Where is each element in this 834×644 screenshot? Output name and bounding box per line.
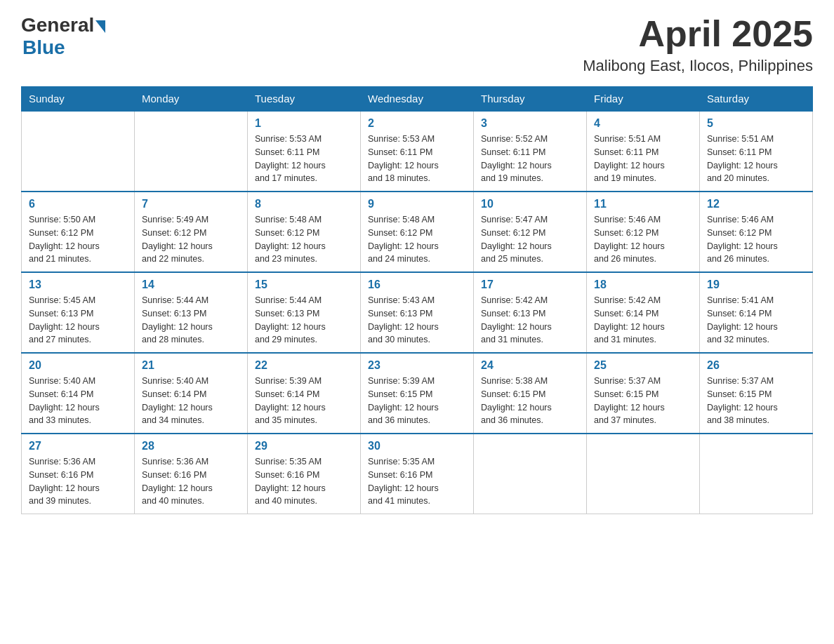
day-number: 22 <box>255 359 353 372</box>
day-number: 29 <box>255 440 353 452</box>
calendar-cell: 17Sunrise: 5:42 AMSunset: 6:13 PMDayligh… <box>474 272 587 353</box>
calendar-cell: 28Sunrise: 5:36 AMSunset: 6:16 PMDayligh… <box>135 434 248 514</box>
calendar-cell: 26Sunrise: 5:37 AMSunset: 6:15 PMDayligh… <box>700 353 813 434</box>
day-number: 10 <box>481 198 579 210</box>
calendar-cell: 3Sunrise: 5:52 AMSunset: 6:11 PMDaylight… <box>474 111 587 192</box>
calendar-header-monday: Monday <box>135 87 248 112</box>
day-info: Sunrise: 5:40 AMSunset: 6:14 PMDaylight:… <box>142 375 240 427</box>
day-info: Sunrise: 5:50 AMSunset: 6:12 PMDaylight:… <box>29 213 127 266</box>
week-row-1: 1Sunrise: 5:53 AMSunset: 6:11 PMDaylight… <box>22 111 813 192</box>
day-info: Sunrise: 5:35 AMSunset: 6:16 PMDaylight:… <box>368 455 466 508</box>
calendar-cell: 10Sunrise: 5:47 AMSunset: 6:12 PMDayligh… <box>474 192 587 272</box>
day-number: 1 <box>255 117 353 130</box>
day-info: Sunrise: 5:37 AMSunset: 6:15 PMDaylight:… <box>594 375 692 427</box>
day-info: Sunrise: 5:40 AMSunset: 6:14 PMDaylight:… <box>29 375 127 427</box>
calendar-header-row: SundayMondayTuesdayWednesdayThursdayFrid… <box>22 87 813 112</box>
day-info: Sunrise: 5:38 AMSunset: 6:15 PMDaylight:… <box>481 375 579 427</box>
calendar-cell: 5Sunrise: 5:51 AMSunset: 6:11 PMDaylight… <box>700 111 813 192</box>
day-number: 9 <box>368 198 466 210</box>
day-number: 23 <box>368 359 466 372</box>
calendar-cell: 12Sunrise: 5:46 AMSunset: 6:12 PMDayligh… <box>700 192 813 272</box>
calendar-cell: 4Sunrise: 5:51 AMSunset: 6:11 PMDaylight… <box>587 111 700 192</box>
day-info: Sunrise: 5:46 AMSunset: 6:12 PMDaylight:… <box>707 213 805 266</box>
day-number: 20 <box>29 359 127 372</box>
page-header: General Blue April 2025 Malibong East, I… <box>21 14 813 75</box>
calendar-header-wednesday: Wednesday <box>361 87 474 112</box>
calendar-cell <box>22 111 135 192</box>
logo-general-text: General <box>21 14 94 36</box>
logo-blue-text: Blue <box>22 36 65 59</box>
calendar-cell: 23Sunrise: 5:39 AMSunset: 6:15 PMDayligh… <box>361 353 474 434</box>
calendar-cell: 9Sunrise: 5:48 AMSunset: 6:12 PMDaylight… <box>361 192 474 272</box>
calendar-cell: 16Sunrise: 5:43 AMSunset: 6:13 PMDayligh… <box>361 272 474 353</box>
day-number: 5 <box>707 117 805 130</box>
day-info: Sunrise: 5:53 AMSunset: 6:11 PMDaylight:… <box>255 133 353 185</box>
day-info: Sunrise: 5:36 AMSunset: 6:16 PMDaylight:… <box>142 455 240 508</box>
day-info: Sunrise: 5:44 AMSunset: 6:13 PMDaylight:… <box>142 294 240 347</box>
day-info: Sunrise: 5:36 AMSunset: 6:16 PMDaylight:… <box>29 455 127 508</box>
day-number: 13 <box>29 279 127 291</box>
day-number: 26 <box>707 359 805 372</box>
calendar-header-sunday: Sunday <box>22 87 135 112</box>
day-info: Sunrise: 5:35 AMSunset: 6:16 PMDaylight:… <box>255 455 353 508</box>
calendar-header-friday: Friday <box>587 87 700 112</box>
day-number: 3 <box>481 117 579 130</box>
day-info: Sunrise: 5:48 AMSunset: 6:12 PMDaylight:… <box>255 213 353 266</box>
calendar-cell: 21Sunrise: 5:40 AMSunset: 6:14 PMDayligh… <box>135 353 248 434</box>
day-info: Sunrise: 5:41 AMSunset: 6:14 PMDaylight:… <box>707 294 805 347</box>
calendar-header-thursday: Thursday <box>474 87 587 112</box>
day-info: Sunrise: 5:49 AMSunset: 6:12 PMDaylight:… <box>142 213 240 266</box>
day-number: 15 <box>255 279 353 291</box>
calendar-cell <box>474 434 587 514</box>
calendar-header-saturday: Saturday <box>700 87 813 112</box>
calendar-cell: 8Sunrise: 5:48 AMSunset: 6:12 PMDaylight… <box>248 192 361 272</box>
day-number: 21 <box>142 359 240 372</box>
day-number: 17 <box>481 279 579 291</box>
calendar-cell: 2Sunrise: 5:53 AMSunset: 6:11 PMDaylight… <box>361 111 474 192</box>
day-info: Sunrise: 5:47 AMSunset: 6:12 PMDaylight:… <box>481 213 579 266</box>
calendar-cell <box>135 111 248 192</box>
month-title: April 2025 <box>583 14 813 54</box>
week-row-2: 6Sunrise: 5:50 AMSunset: 6:12 PMDaylight… <box>22 192 813 272</box>
day-info: Sunrise: 5:37 AMSunset: 6:15 PMDaylight:… <box>707 375 805 427</box>
calendar-cell: 6Sunrise: 5:50 AMSunset: 6:12 PMDaylight… <box>22 192 135 272</box>
calendar-cell: 22Sunrise: 5:39 AMSunset: 6:14 PMDayligh… <box>248 353 361 434</box>
day-info: Sunrise: 5:45 AMSunset: 6:13 PMDaylight:… <box>29 294 127 347</box>
day-number: 16 <box>368 279 466 291</box>
calendar-cell: 15Sunrise: 5:44 AMSunset: 6:13 PMDayligh… <box>248 272 361 353</box>
calendar-cell: 27Sunrise: 5:36 AMSunset: 6:16 PMDayligh… <box>22 434 135 514</box>
calendar-cell: 24Sunrise: 5:38 AMSunset: 6:15 PMDayligh… <box>474 353 587 434</box>
day-info: Sunrise: 5:42 AMSunset: 6:14 PMDaylight:… <box>594 294 692 347</box>
day-info: Sunrise: 5:42 AMSunset: 6:13 PMDaylight:… <box>481 294 579 347</box>
calendar-cell: 29Sunrise: 5:35 AMSunset: 6:16 PMDayligh… <box>248 434 361 514</box>
calendar-cell: 1Sunrise: 5:53 AMSunset: 6:11 PMDaylight… <box>248 111 361 192</box>
title-section: April 2025 Malibong East, Ilocos, Philip… <box>583 14 813 75</box>
day-info: Sunrise: 5:51 AMSunset: 6:11 PMDaylight:… <box>594 133 692 185</box>
day-number: 4 <box>594 117 692 130</box>
day-number: 19 <box>707 279 805 291</box>
calendar-cell: 30Sunrise: 5:35 AMSunset: 6:16 PMDayligh… <box>361 434 474 514</box>
week-row-5: 27Sunrise: 5:36 AMSunset: 6:16 PMDayligh… <box>22 434 813 514</box>
calendar-cell: 18Sunrise: 5:42 AMSunset: 6:14 PMDayligh… <box>587 272 700 353</box>
day-info: Sunrise: 5:39 AMSunset: 6:15 PMDaylight:… <box>368 375 466 427</box>
day-number: 28 <box>142 440 240 452</box>
day-number: 24 <box>481 359 579 372</box>
day-number: 11 <box>594 198 692 210</box>
calendar-cell: 25Sunrise: 5:37 AMSunset: 6:15 PMDayligh… <box>587 353 700 434</box>
day-number: 12 <box>707 198 805 210</box>
day-number: 30 <box>368 440 466 452</box>
day-info: Sunrise: 5:46 AMSunset: 6:12 PMDaylight:… <box>594 213 692 266</box>
logo-triangle-icon <box>95 20 105 33</box>
calendar-header-tuesday: Tuesday <box>248 87 361 112</box>
calendar-cell <box>587 434 700 514</box>
day-number: 25 <box>594 359 692 372</box>
day-info: Sunrise: 5:39 AMSunset: 6:14 PMDaylight:… <box>255 375 353 427</box>
calendar-cell: 13Sunrise: 5:45 AMSunset: 6:13 PMDayligh… <box>22 272 135 353</box>
day-info: Sunrise: 5:52 AMSunset: 6:11 PMDaylight:… <box>481 133 579 185</box>
calendar-cell: 14Sunrise: 5:44 AMSunset: 6:13 PMDayligh… <box>135 272 248 353</box>
day-number: 18 <box>594 279 692 291</box>
location-title: Malibong East, Ilocos, Philippines <box>583 57 813 75</box>
calendar-cell <box>700 434 813 514</box>
day-number: 27 <box>29 440 127 452</box>
week-row-4: 20Sunrise: 5:40 AMSunset: 6:14 PMDayligh… <box>22 353 813 434</box>
